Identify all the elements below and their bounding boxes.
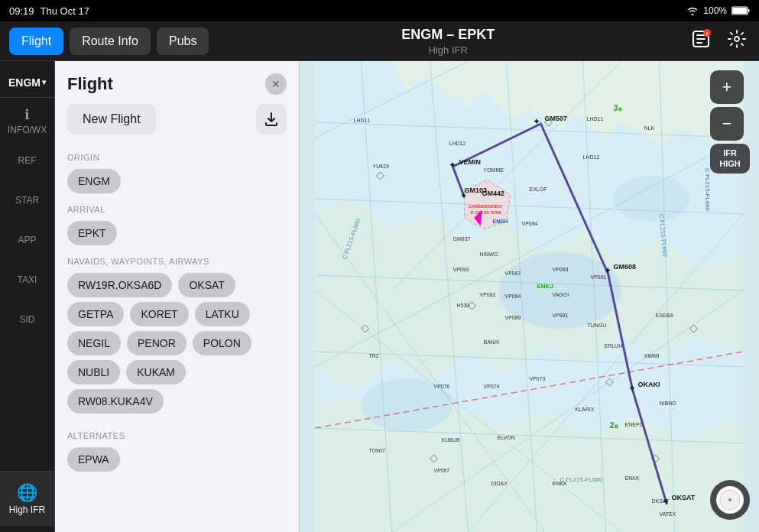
nav-center: ENGM – EPKT High IFR <box>209 27 687 56</box>
svg-text:VP073: VP073 <box>530 376 546 381</box>
svg-text:NIBNO: NIBNO <box>660 401 677 406</box>
alternates-label: ALTERNATES <box>55 425 299 445</box>
svg-text:ELVON: ELVON <box>498 435 515 440</box>
nav-right: ! <box>687 25 750 57</box>
waypoint-chip[interactable]: RW19R.OKSA6D <box>67 273 172 297</box>
compass-inner <box>716 486 744 514</box>
origin-chip[interactable]: ENGM <box>67 169 121 193</box>
time: 09:19 <box>9 5 34 17</box>
arrival-label: ARRIVAL <box>55 199 299 219</box>
waypoint-chip[interactable]: NEGIL <box>67 331 121 355</box>
svg-text:H530: H530 <box>457 303 470 308</box>
panel-header: Flight ✕ <box>55 61 299 104</box>
waypoint-chip[interactable]: POLON <box>193 331 251 355</box>
svg-text:VP076: VP076 <box>434 384 450 389</box>
download-btn[interactable] <box>256 104 287 135</box>
panel-close-btn[interactable]: ✕ <box>265 73 287 95</box>
svg-rect-1 <box>732 8 747 14</box>
sidebar-item-star[interactable]: STAR <box>0 180 54 220</box>
svg-text:EXLOF: EXLOF <box>530 187 547 192</box>
origin-label: ORIGIN <box>55 147 299 167</box>
alternate-chip[interactable]: EPWA <box>67 447 120 472</box>
svg-point-6 <box>735 37 739 41</box>
svg-text:VP091: VP091 <box>591 274 607 280</box>
svg-text:!: ! <box>706 31 708 37</box>
svg-text:3₆: 3₆ <box>614 103 622 112</box>
origin-section: ORIGIN ENGM <box>55 147 299 199</box>
sidebar-item-taxi[interactable]: TAXI <box>0 260 54 300</box>
svg-text:VP080: VP080 <box>505 315 521 320</box>
map-area[interactable]: C FL215-FL660 C FL215-FL660 C FL215-FL66… <box>300 61 759 532</box>
waypoint-chip[interactable]: NUBLI <box>67 360 120 384</box>
status-bar: 09:19 Thu Oct 17 100% <box>0 0 759 21</box>
new-flight-row: New Flight <box>55 104 299 147</box>
svg-text:D 333.95 GRM: D 333.95 GRM <box>471 210 501 215</box>
nav-left: Flight Route Info Pubs <box>9 28 209 55</box>
origin-chips: ENGM <box>55 167 299 199</box>
flight-tab-btn[interactable]: Flight <box>9 28 63 55</box>
ifr-high-btn[interactable]: IFR HIGH <box>710 144 750 174</box>
waypoint-chip[interactable]: RW08.KUKA4V <box>67 389 164 414</box>
zoom-out-btn[interactable]: − <box>710 107 744 141</box>
waypoints-chips: RW19R.OKSA6DOKSATGETPAKORETLATKUNEGILPEN… <box>55 271 299 419</box>
svg-point-106 <box>728 498 731 501</box>
svg-text:TR2: TR2 <box>369 353 379 358</box>
sidebar-item-app[interactable]: APP <box>0 220 54 260</box>
waypoint-chip[interactable]: OKSAT <box>178 273 235 297</box>
svg-text:VP087: VP087 <box>505 271 521 276</box>
svg-text:2₈: 2₈ <box>610 420 618 430</box>
svg-text:LHD11: LHD11 <box>354 118 371 123</box>
sidebar-item-sid[interactable]: SID <box>0 300 54 339</box>
svg-text:GM637: GM637 <box>453 236 471 242</box>
svg-text:VP067: VP067 <box>434 468 450 473</box>
route-info-tab-btn[interactable]: Route Info <box>70 28 151 55</box>
sidebar-item-info-wx[interactable]: ℹ INFO/WX <box>0 101 54 141</box>
svg-text:VP083: VP083 <box>553 267 569 272</box>
top-nav: Flight Route Info Pubs ENGM – EPKT High … <box>0 21 759 61</box>
battery-level: 100% <box>703 5 727 16</box>
zoom-in-btn[interactable]: + <box>710 70 744 104</box>
svg-text:ENKK: ENKK <box>625 475 640 481</box>
svg-point-10 <box>614 176 690 222</box>
svg-text:ENKJ: ENKJ <box>537 283 553 290</box>
svg-text:VP093: VP093 <box>453 267 469 272</box>
wifi-icon <box>686 6 699 15</box>
svg-text:ENEPO: ENEPO <box>625 422 644 427</box>
sidebar-item-ref[interactable]: REF <box>0 141 54 180</box>
waypoint-chip[interactable]: KUKAM <box>126 360 186 384</box>
status-left: 09:19 Thu Oct 17 <box>9 5 89 17</box>
settings-icon-btn[interactable] <box>724 26 750 56</box>
route-subtitle: High IFR <box>209 44 687 56</box>
sidebar-airport[interactable]: ENGM ▾ <box>0 67 54 98</box>
svg-text:LHD11: LHD11 <box>587 116 604 122</box>
arrival-chip[interactable]: EPKT <box>67 221 117 245</box>
arrival-chips: EPKT <box>55 219 299 251</box>
svg-text:VP084: VP084 <box>505 294 521 299</box>
waypoint-chip[interactable]: LATKU <box>195 302 250 326</box>
compass-btn[interactable] <box>710 480 750 520</box>
waypoint-chip[interactable]: KORET <box>130 302 188 326</box>
main-content: ENGM ▾ ℹ INFO/WX REF STAR APP TAXI SID 🌐… <box>0 61 759 532</box>
date: Thu Oct 17 <box>41 5 89 17</box>
svg-text:XIMMI: XIMMI <box>644 353 660 358</box>
flight-panel: Flight ✕ New Flight ORIGIN ENGM ARRIVAL … <box>55 61 300 532</box>
svg-text:VP074: VP074 <box>484 384 500 389</box>
svg-rect-2 <box>748 9 750 12</box>
pubs-tab-btn[interactable]: Pubs <box>157 28 209 55</box>
globe-icon: 🌐 <box>17 483 37 503</box>
sidebar-bottom-high-ifr[interactable]: 🌐 High IFR <box>0 471 54 526</box>
svg-text:VP881: VP881 <box>553 313 569 318</box>
svg-text:ESEBA: ESEBA <box>656 313 674 318</box>
sidebar: ENGM ▾ ℹ INFO/WX REF STAR APP TAXI SID 🌐… <box>0 61 55 532</box>
logbook-icon-btn[interactable]: ! <box>687 25 715 57</box>
map-background: C FL215-FL660 C FL215-FL660 C FL215-FL66… <box>300 61 759 532</box>
svg-text:KUBUB: KUBUB <box>442 437 460 443</box>
svg-text:DIDAX: DIDAX <box>491 481 508 486</box>
svg-text:VP082: VP082 <box>480 292 496 297</box>
waypoint-chip[interactable]: PENOR <box>127 331 187 355</box>
new-flight-btn[interactable]: New Flight <box>67 104 156 135</box>
svg-text:ERLUH: ERLUH <box>605 343 623 349</box>
waypoint-chip[interactable]: GETPA <box>67 302 124 326</box>
svg-text:TO907: TO907 <box>369 448 385 453</box>
svg-text:C FL215-FL660: C FL215-FL660 <box>704 168 711 212</box>
